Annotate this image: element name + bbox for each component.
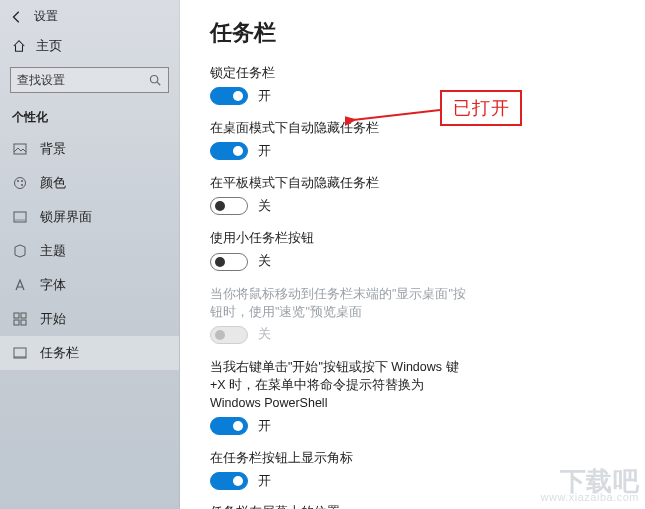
svg-rect-9 <box>14 313 19 318</box>
svg-rect-11 <box>14 320 19 325</box>
sidebar-item-taskbar[interactable]: 任务栏 <box>0 336 179 370</box>
toggle-lock-taskbar[interactable] <box>210 87 248 105</box>
svg-point-6 <box>21 184 23 186</box>
toggle-state-text: 关 <box>258 326 271 343</box>
start-icon <box>12 311 28 327</box>
svg-line-1 <box>157 82 160 85</box>
setting-lock-taskbar: 锁定任务栏 开 <box>210 64 615 105</box>
sidebar-item-label: 任务栏 <box>40 344 79 362</box>
setting-position: 任务栏在屏幕上的位置 底部 <box>210 504 615 509</box>
toggle-state-text: 关 <box>258 253 271 270</box>
header-row: 设置 <box>0 0 179 31</box>
sidebar-item-label: 锁屏界面 <box>40 208 92 226</box>
page-title: 任务栏 <box>210 18 615 48</box>
toggle-state-text: 开 <box>258 473 271 490</box>
setting-small-buttons: 使用小任务栏按钮 关 <box>210 229 615 270</box>
sidebar-item-label: 开始 <box>40 310 66 328</box>
sidebar-item-label: 背景 <box>40 140 66 158</box>
font-icon <box>12 277 28 293</box>
taskbar-icon <box>12 345 28 361</box>
annotation-text: 已打开 <box>453 96 510 120</box>
svg-point-5 <box>21 180 23 182</box>
setting-label: 锁定任务栏 <box>210 64 615 82</box>
dropdown-label: 任务栏在屏幕上的位置 <box>210 504 615 509</box>
setting-powershell: 当我右键单击"开始"按钮或按下 Windows 键+X 时，在菜单中将命令提示符… <box>210 358 615 435</box>
sidebar-item-fonts[interactable]: 字体 <box>0 268 179 302</box>
svg-rect-8 <box>15 219 25 221</box>
setting-label: 当你将鼠标移动到任务栏末端的"显示桌面"按钮时，使用"速览"预览桌面 <box>210 285 470 321</box>
toggle-state-text: 开 <box>258 143 271 160</box>
sidebar: 设置 主页 查找设置 个性化 背景 颜色 锁屏界面 主题 字体 开始 <box>0 0 180 509</box>
svg-rect-10 <box>21 313 26 318</box>
annotation-callout-box: 已打开 <box>440 90 522 126</box>
search-placeholder: 查找设置 <box>17 72 65 89</box>
watermark: 下载吧 www.xiazaiba.com <box>541 468 639 503</box>
sidebar-item-colors[interactable]: 颜色 <box>0 166 179 200</box>
setting-autohide-tablet: 在平板模式下自动隐藏任务栏 关 <box>210 174 615 215</box>
svg-rect-14 <box>14 356 26 358</box>
toggle-autohide-tablet[interactable] <box>210 197 248 215</box>
search-input[interactable]: 查找设置 <box>10 67 169 93</box>
setting-label: 在平板模式下自动隐藏任务栏 <box>210 174 615 192</box>
setting-label: 在桌面模式下自动隐藏任务栏 <box>210 119 615 137</box>
svg-rect-2 <box>14 144 26 154</box>
toggle-peek <box>210 326 248 344</box>
svg-point-0 <box>150 75 157 82</box>
home-icon <box>12 39 26 53</box>
setting-peek: 当你将鼠标移动到任务栏末端的"显示桌面"按钮时，使用"速览"预览桌面 关 <box>210 285 615 344</box>
setting-label: 在任务栏按钮上显示角标 <box>210 449 615 467</box>
sidebar-item-lockscreen[interactable]: 锁屏界面 <box>0 200 179 234</box>
toggle-state-text: 开 <box>258 418 271 435</box>
toggle-powershell[interactable] <box>210 417 248 435</box>
search-icon <box>148 73 162 87</box>
home-label: 主页 <box>36 37 62 55</box>
setting-label: 使用小任务栏按钮 <box>210 229 615 247</box>
toggle-state-text: 开 <box>258 88 271 105</box>
toggle-autohide-desktop[interactable] <box>210 142 248 160</box>
svg-point-3 <box>15 178 26 189</box>
sidebar-item-start[interactable]: 开始 <box>0 302 179 336</box>
setting-label: 当我右键单击"开始"按钮或按下 Windows 键+X 时，在菜单中将命令提示符… <box>210 358 470 412</box>
setting-autohide-desktop: 在桌面模式下自动隐藏任务栏 开 <box>210 119 615 160</box>
theme-icon <box>12 243 28 259</box>
main-content: 任务栏 锁定任务栏 开 在桌面模式下自动隐藏任务栏 开 在平板模式下自动隐藏任务… <box>180 0 645 509</box>
sidebar-item-label: 颜色 <box>40 174 66 192</box>
palette-icon <box>12 175 28 191</box>
lockscreen-icon <box>12 209 28 225</box>
section-title: 个性化 <box>0 103 179 132</box>
sidebar-item-label: 主题 <box>40 242 66 260</box>
sidebar-item-label: 字体 <box>40 276 66 294</box>
sidebar-item-background[interactable]: 背景 <box>0 132 179 166</box>
sidebar-item-themes[interactable]: 主题 <box>0 234 179 268</box>
back-icon[interactable] <box>10 10 24 24</box>
svg-point-4 <box>17 180 19 182</box>
toggle-state-text: 关 <box>258 198 271 215</box>
settings-label: 设置 <box>34 8 58 25</box>
home-link[interactable]: 主页 <box>0 31 179 65</box>
watermark-url: www.xiazaiba.com <box>541 492 639 503</box>
toggle-small-buttons[interactable] <box>210 253 248 271</box>
toggle-badges[interactable] <box>210 472 248 490</box>
svg-rect-12 <box>21 320 26 325</box>
picture-icon <box>12 141 28 157</box>
